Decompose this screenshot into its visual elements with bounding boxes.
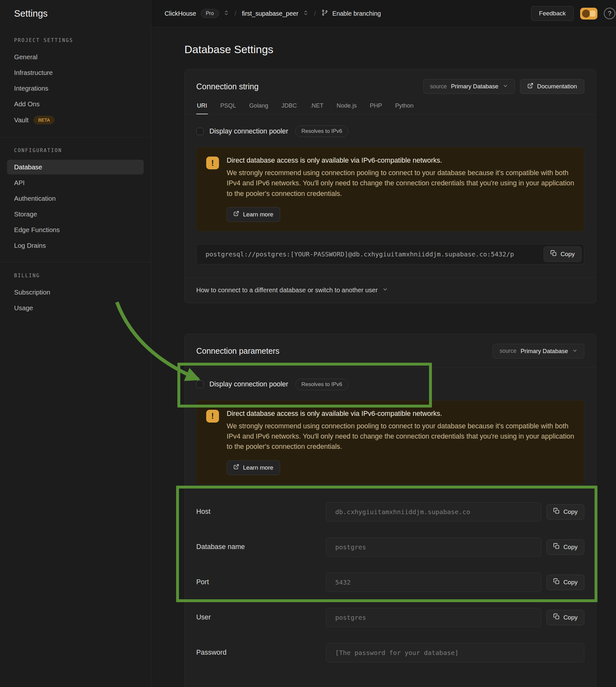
chevrons-updown-icon — [303, 10, 309, 17]
sidebar-section-project-settings: PROJECT SETTINGS General Infrastructure … — [0, 27, 151, 137]
host-label: Host — [196, 508, 326, 516]
copy-connection-string-button[interactable]: Copy — [544, 246, 581, 262]
cp-pooler-row: Display connection pooler Resolves to IP… — [196, 379, 584, 390]
password-label: Password — [196, 648, 326, 657]
port-label: Port — [196, 578, 326, 586]
password-input[interactable]: [The password for your database] — [326, 643, 584, 662]
copy-icon — [553, 508, 560, 516]
breadcrumb: ClickHouse Pro / first_supabase_peer / — [164, 9, 381, 18]
sidebar-item-vault[interactable]: Vault BETA — [7, 112, 144, 128]
connection-parameters-header: Connection parameters source Primary Dat… — [185, 334, 596, 368]
display-connection-pooler-checkbox[interactable] — [196, 128, 204, 135]
tab-golang[interactable]: Golang — [248, 102, 269, 114]
source-select-value: Primary Database — [521, 348, 568, 355]
tab-psql[interactable]: PSQL — [220, 102, 237, 114]
display-connection-pooler-checkbox[interactable] — [196, 381, 204, 388]
breadcrumb-separator: / — [235, 9, 237, 17]
connect-help-toggle[interactable]: How to connect to a different database o… — [185, 277, 596, 303]
avatar-square — [590, 10, 595, 17]
source-select-prefix: source — [430, 83, 447, 90]
org-selector[interactable]: ClickHouse Pro — [164, 9, 229, 18]
sidebar-item-database[interactable]: Database — [7, 160, 144, 175]
user-label: User — [196, 613, 326, 621]
git-branch-icon — [322, 9, 328, 18]
section-heading-billing: BILLING — [0, 273, 151, 279]
display-connection-pooler-label: Display connection pooler — [210, 380, 288, 388]
warning-body: We strongly recommend using connection p… — [227, 168, 574, 199]
source-select[interactable]: source Primary Database — [493, 344, 584, 358]
help-icon[interactable]: ? — [604, 8, 615, 19]
sidebar-item-usage[interactable]: Usage — [7, 301, 144, 315]
tab-jdbc[interactable]: JDBC — [281, 102, 298, 114]
chevron-down-icon — [503, 83, 508, 90]
user-input[interactable]: postgres — [326, 608, 542, 627]
param-row-port: Port 5432 Copy — [196, 573, 584, 592]
alert-icon: ! — [206, 410, 219, 423]
param-row-password: Password [The password for your database… — [196, 643, 584, 662]
resolves-to-ipv6-badge: Resolves to IPv6 — [295, 126, 348, 137]
avatar-dot — [582, 9, 590, 18]
sidebar-item-api[interactable]: API — [7, 175, 144, 190]
main-column: ClickHouse Pro / first_supabase_peer / — [151, 0, 616, 687]
database-name-input[interactable]: postgres — [326, 537, 542, 557]
copy-icon — [553, 543, 560, 551]
connection-parameters-title: Connection parameters — [196, 347, 280, 356]
sidebar-item-log-drains[interactable]: Log Drains — [7, 238, 144, 253]
connection-string-body: Display connection pooler Resolves to IP… — [185, 115, 596, 277]
source-select-prefix: source — [500, 348, 516, 354]
host-input[interactable]: db.cxhygiuitamxhniiddjm.supabase.co — [326, 502, 542, 522]
sidebar-item-add-ons[interactable]: Add Ons — [7, 97, 144, 111]
documentation-button[interactable]: Documentation — [520, 79, 584, 94]
tab-php[interactable]: PHP — [369, 102, 382, 114]
sidebar-item-infrastructure[interactable]: Infrastructure — [7, 65, 144, 80]
sidebar: Settings PROJECT SETTINGS General Infras… — [0, 0, 151, 687]
display-connection-pooler-label: Display connection pooler — [210, 127, 288, 135]
copy-database-name-button[interactable]: Copy — [547, 539, 584, 555]
tab-uri[interactable]: URI — [196, 102, 208, 114]
connection-string-row: postgresql://postgres:[YOUR-PASSWORD]@db… — [196, 244, 584, 264]
source-select-value: Primary Database — [451, 83, 499, 90]
tab-nodejs[interactable]: Node.js — [336, 102, 357, 114]
connection-string-card: Connection string source Primary Databas… — [184, 69, 596, 303]
project-selector[interactable]: first_supabase_peer — [242, 10, 309, 17]
account-avatar[interactable] — [580, 8, 597, 20]
connection-string-header: Connection string source Primary Databas… — [185, 69, 596, 94]
ipv6-warning: ! Direct database access is only availab… — [196, 147, 584, 231]
feedback-button[interactable]: Feedback — [531, 6, 574, 21]
chevrons-updown-icon — [223, 10, 229, 17]
warning-text: Direct database access is only available… — [227, 157, 574, 222]
connection-string-actions: source Primary Database Documentation — [423, 79, 584, 94]
tab-dotnet[interactable]: .NET — [309, 102, 324, 114]
enable-branching-button[interactable]: Enable branching — [322, 9, 381, 18]
resolves-to-ipv6-badge: Resolves to IPv6 — [295, 379, 348, 390]
chevron-down-icon — [572, 348, 577, 354]
sidebar-item-storage[interactable]: Storage — [7, 207, 144, 222]
copy-port-button[interactable]: Copy — [547, 575, 584, 590]
param-row-host: Host db.cxhygiuitamxhniiddjm.supabase.co… — [196, 502, 584, 522]
breadcrumb-separator: / — [314, 9, 316, 17]
sidebar-item-general[interactable]: General — [7, 50, 144, 64]
org-name: ClickHouse — [164, 10, 196, 17]
sidebar-item-authentication[interactable]: Authentication — [7, 191, 144, 206]
settings-title: Settings — [14, 8, 48, 19]
page-title: Database Settings — [184, 43, 596, 56]
external-link-icon — [527, 83, 533, 90]
sidebar-title: Settings — [0, 0, 151, 27]
copy-host-button[interactable]: Copy — [547, 504, 584, 519]
learn-more-button[interactable]: Learn more — [227, 460, 280, 475]
learn-more-button[interactable]: Learn more — [227, 207, 280, 222]
tab-python[interactable]: Python — [394, 102, 414, 114]
connection-string-input[interactable]: postgresql://postgres:[YOUR-PASSWORD]@db… — [196, 244, 584, 264]
sidebar-item-edge-functions[interactable]: Edge Functions — [7, 222, 144, 237]
port-input[interactable]: 5432 — [326, 573, 542, 592]
cs-pooler-row: Display connection pooler Resolves to IP… — [196, 126, 584, 137]
sidebar-item-integrations[interactable]: Integrations — [7, 81, 144, 96]
warning-text: Direct database access is only available… — [227, 410, 574, 475]
connection-parameters-card: Connection parameters source Primary Dat… — [184, 334, 596, 687]
source-select[interactable]: source Primary Database — [423, 79, 515, 94]
alert-icon: ! — [206, 157, 219, 169]
chevron-down-icon — [382, 287, 388, 294]
sidebar-section-configuration: CONFIGURATION Database API Authenticatio… — [0, 137, 151, 262]
copy-user-button[interactable]: Copy — [547, 610, 584, 625]
sidebar-item-subscription[interactable]: Subscription — [7, 285, 144, 300]
